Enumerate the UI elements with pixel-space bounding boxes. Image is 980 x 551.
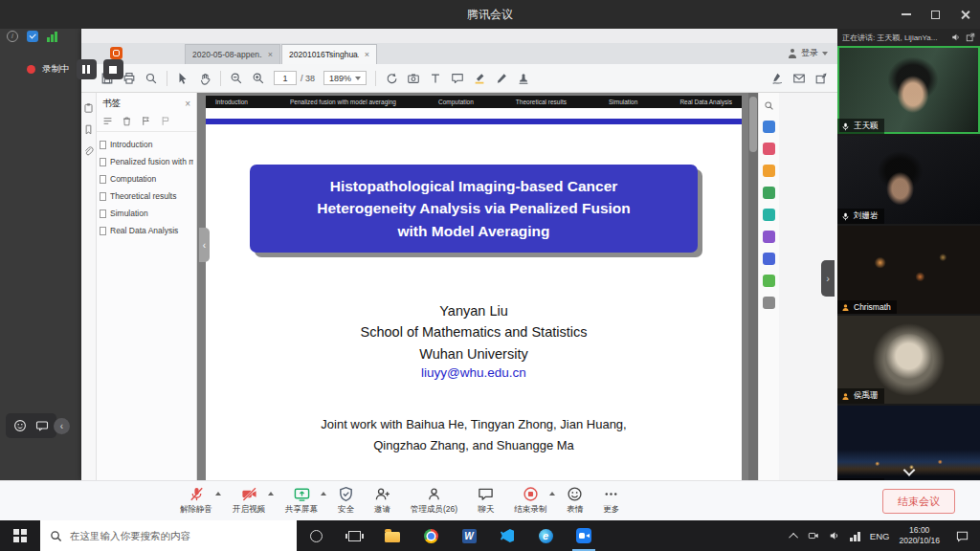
- zoom-level-select[interactable]: 189%: [323, 71, 367, 85]
- zoom-in-icon[interactable]: [252, 72, 265, 85]
- participant-video-tile[interactable]: 王天颖: [837, 46, 980, 134]
- clipboard-icon[interactable]: [83, 102, 94, 113]
- widget-collapse-handle[interactable]: ‹: [54, 418, 70, 434]
- emoji-widget-icon[interactable]: [13, 419, 27, 432]
- signature-icon[interactable]: [770, 72, 784, 85]
- pause-recording-button[interactable]: [77, 59, 97, 79]
- page-number-input[interactable]: [274, 71, 297, 85]
- info-icon[interactable]: [7, 31, 18, 42]
- word-button[interactable]: [450, 520, 488, 551]
- speaker-icon[interactable]: [951, 33, 961, 42]
- tencent-meeting-button[interactable]: [565, 520, 603, 551]
- text-select-icon[interactable]: [429, 72, 442, 85]
- search-panel-icon[interactable]: [764, 100, 774, 111]
- pdf-document-tab[interactable]: 2020-05-08-appen... ×: [185, 44, 280, 64]
- comment-panel-icon[interactable]: [763, 275, 775, 287]
- pdf-document-tab-active[interactable]: 20201016Tsinghua... ×: [281, 44, 377, 64]
- close-button[interactable]: [950, 0, 980, 29]
- minimize-button[interactable]: [891, 0, 921, 29]
- pdf-app-icon[interactable]: [110, 47, 122, 59]
- attachment-icon[interactable]: [83, 146, 94, 157]
- popout-icon[interactable]: [966, 33, 975, 42]
- thumbnail-panel-icon[interactable]: [763, 121, 775, 133]
- print-icon[interactable]: [122, 72, 136, 85]
- share-icon[interactable]: [814, 72, 828, 85]
- expand-caret-icon[interactable]: [549, 492, 555, 496]
- comment-icon[interactable]: [451, 72, 464, 85]
- delete-icon[interactable]: [122, 116, 132, 126]
- expand-list-icon[interactable]: [102, 116, 113, 126]
- snapshot-icon[interactable]: [407, 72, 420, 85]
- start-button[interactable]: [0, 520, 40, 551]
- stop-recording-button[interactable]: 结束录制: [514, 485, 546, 516]
- language-indicator[interactable]: ENG: [870, 531, 890, 541]
- bookmark-item[interactable]: Introduction: [100, 140, 193, 149]
- select-tool-icon[interactable]: [176, 72, 189, 85]
- bookmark-item[interactable]: Penalized fusion with mode: [100, 157, 193, 166]
- start-video-button[interactable]: 开启视频: [233, 485, 265, 516]
- manage-members-button[interactable]: 管理成员(26): [411, 485, 457, 516]
- stamp-icon[interactable]: [517, 72, 530, 85]
- form-tool-icon[interactable]: [763, 253, 775, 265]
- expand-caret-icon[interactable]: [321, 492, 326, 496]
- cortana-button[interactable]: [297, 520, 335, 551]
- highlight-tool-icon[interactable]: [763, 165, 775, 177]
- edge-button[interactable]: [526, 520, 565, 551]
- tab-close-icon[interactable]: ×: [365, 51, 369, 59]
- hand-tool-icon[interactable]: [198, 72, 212, 85]
- flag-outline-icon[interactable]: [160, 116, 170, 126]
- bookmarks-collapse-handle[interactable]: ‹: [199, 228, 210, 262]
- participant-video-tile[interactable]: 侯禹珊: [837, 316, 980, 404]
- tray-camera-icon[interactable]: [808, 530, 819, 541]
- chrome-button[interactable]: [412, 520, 450, 551]
- taskbar-search-input[interactable]: [70, 530, 287, 541]
- vscode-button[interactable]: [488, 520, 526, 551]
- edit-pen-tool-icon[interactable]: [763, 231, 775, 243]
- participant-video-tile[interactable]: 刘姗岩: [837, 136, 980, 224]
- more-button[interactable]: 更多: [603, 485, 619, 516]
- zoom-out-icon[interactable]: [230, 72, 243, 85]
- network-icon[interactable]: [850, 531, 860, 541]
- convert-tool-icon[interactable]: [763, 187, 775, 199]
- search-icon[interactable]: [145, 72, 158, 85]
- measure-tool-icon[interactable]: [763, 209, 775, 221]
- highlight-icon[interactable]: [473, 72, 486, 85]
- rotate-icon[interactable]: [385, 72, 398, 85]
- bookmark-item[interactable]: Real Data Analysis: [100, 226, 193, 235]
- emoji-button[interactable]: 表情: [567, 485, 583, 516]
- bookmark-item[interactable]: Computation: [100, 174, 193, 184]
- tab-close-icon[interactable]: ×: [268, 51, 273, 59]
- stop-recording-button-small[interactable]: [103, 59, 123, 79]
- taskbar-search[interactable]: [40, 520, 297, 551]
- annotation-tool-icon[interactable]: [763, 143, 775, 155]
- bookmark-item[interactable]: Simulation: [100, 209, 193, 218]
- login-button[interactable]: 登录: [788, 47, 828, 59]
- invite-button[interactable]: 邀请: [374, 485, 390, 516]
- pdf-page-view[interactable]: Introduction Penalized fusion with model…: [197, 93, 758, 480]
- settings-tool-icon[interactable]: [763, 297, 775, 309]
- end-meeting-button[interactable]: 结束会议: [882, 489, 955, 514]
- share-screen-button[interactable]: 共享屏幕: [285, 485, 318, 516]
- file-explorer-button[interactable]: [373, 520, 412, 551]
- mail-icon[interactable]: [792, 72, 806, 85]
- bookmark-panel-icon[interactable]: [83, 124, 94, 135]
- expand-caret-icon[interactable]: [268, 492, 274, 496]
- chat-button[interactable]: 聊天: [478, 485, 494, 516]
- pdf-scrollbar-thumb[interactable]: [749, 97, 757, 152]
- taskbar-clock[interactable]: 16:00 2020/10/16: [899, 525, 940, 547]
- close-panel-icon[interactable]: ×: [185, 99, 190, 109]
- chat-widget-icon[interactable]: [35, 419, 49, 432]
- volume-icon[interactable]: [829, 530, 840, 541]
- participant-video-tile[interactable]: Chrismath: [837, 226, 980, 314]
- flag-icon[interactable]: [141, 116, 151, 126]
- sidebar-collapse-handle[interactable]: ›: [821, 260, 835, 297]
- unmute-button[interactable]: 解除静音: [180, 485, 212, 516]
- maximize-button[interactable]: [921, 0, 950, 29]
- pen-icon[interactable]: [495, 72, 508, 85]
- expand-caret-icon[interactable]: [215, 492, 221, 496]
- bookmark-item[interactable]: Theoretical results: [100, 191, 193, 201]
- pdf-scrollbar[interactable]: [748, 93, 758, 480]
- action-center-button[interactable]: [949, 530, 974, 542]
- network-signal-icon[interactable]: [47, 31, 57, 42]
- task-view-button[interactable]: [335, 520, 373, 551]
